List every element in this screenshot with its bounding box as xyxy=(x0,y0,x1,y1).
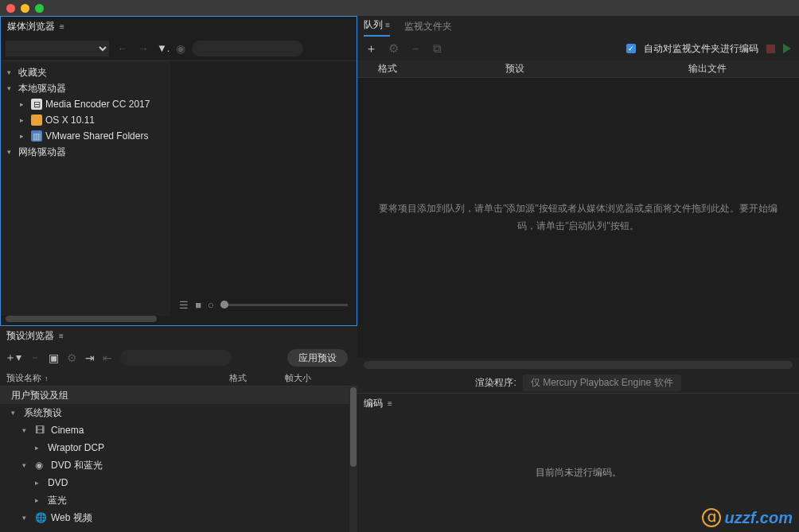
remove-preset-icon[interactable]: － xyxy=(29,351,41,365)
tree-network-drives[interactable]: ▾网络驱动器 xyxy=(1,144,170,160)
panel-menu-icon[interactable]: ≡ xyxy=(60,22,64,31)
globe-icon: 🌐 xyxy=(35,512,46,523)
col-format[interactable]: 格式 xyxy=(229,372,285,384)
renderer-value[interactable]: 仅 Mercury Playback Engine 软件 xyxy=(523,375,681,391)
queue-scrollbar[interactable] xyxy=(364,361,793,369)
media-tree: ▾收藏夹 ▾本地驱动器 ▸⊟Media Encoder CC 2017 ▸OS … xyxy=(1,61,170,316)
right-tabs: 队列 ≡ 监视文件夹 xyxy=(357,16,799,37)
preview-icon[interactable]: ◉ xyxy=(176,42,185,55)
renderer-row: 渲染程序: 仅 Mercury Playback Engine 软件 xyxy=(357,372,799,393)
preset-category-row[interactable]: ▾🌐Web 视频 xyxy=(0,509,349,526)
preset-category-row[interactable]: ▾◉DVD 和蓝光 xyxy=(0,456,349,474)
queue-drop-area[interactable]: 要将项目添加到队列，请单击"添加源"按钮或者从媒体浏览器或桌面将文件拖到此处。要… xyxy=(357,78,799,358)
preset-section-row[interactable]: ▾系统预设 xyxy=(0,404,349,421)
thumb-view-icon[interactable]: ■ xyxy=(195,299,201,311)
tab-queue[interactable]: 队列 ≡ xyxy=(364,18,390,37)
preset-columns-header: 预设名称↑ 格式 帧大小 xyxy=(0,371,357,386)
maximize-window-button[interactable] xyxy=(35,4,44,13)
drive-icon xyxy=(31,115,42,126)
preset-browser-header: 预设浏览器 ≡ xyxy=(0,326,357,345)
add-preset-icon[interactable]: ＋▾ xyxy=(5,351,21,365)
nav-back-icon[interactable]: ← xyxy=(115,42,130,55)
queue-toolbar: ＋ ⚙ － ⧉ ✓ 自动对监视文件夹进行编码 xyxy=(357,37,799,60)
apply-preset-button[interactable]: 应用预设 xyxy=(287,349,348,367)
preset-browser-panel: 预设浏览器 ≡ ＋▾ － ▣ ⚙ ⇥ ⇤ 应用预设 预设名称↑ 格式 帧大小 用… xyxy=(0,326,357,532)
panel-menu-icon[interactable]: ≡ xyxy=(388,399,392,408)
media-browser-header: 媒体浏览器 ≡ xyxy=(1,17,357,36)
nav-forward-icon[interactable]: → xyxy=(136,42,150,55)
col-preset[interactable]: 预设 xyxy=(505,62,688,76)
drive-icon: ⊟ xyxy=(31,99,42,110)
remove-icon[interactable]: － xyxy=(410,41,422,56)
auto-encode-label: 自动对监视文件夹进行编码 xyxy=(644,42,758,56)
preset-toolbar: ＋▾ － ▣ ⚙ ⇥ ⇤ 应用预设 xyxy=(0,345,357,371)
auto-encode-checkbox[interactable]: ✓ xyxy=(626,44,636,53)
panel-menu-icon[interactable]: ≡ xyxy=(59,332,64,340)
media-search-input[interactable] xyxy=(192,41,303,56)
filter-icon[interactable]: ▼. xyxy=(157,42,170,54)
preset-scrollbar[interactable] xyxy=(349,386,357,532)
zoom-slider[interactable] xyxy=(220,304,348,306)
watermark-icon: Ɑ xyxy=(702,508,721,527)
window-titlebar xyxy=(0,0,799,16)
settings-icon[interactable]: ⚙ xyxy=(67,351,77,364)
media-browser-title: 媒体浏览器 xyxy=(7,20,55,33)
folder-icon: ▥ xyxy=(31,130,42,142)
tree-drive-item[interactable]: ▸▥VMware Shared Folders xyxy=(1,128,170,144)
tree-favorites[interactable]: ▾收藏夹 xyxy=(1,64,170,80)
preset-list: 用户预设及组 ▾系统预设 ▾🎞Cinema ▸Wraptor DCP ▾◉DVD… xyxy=(0,386,349,532)
media-browser-panel: 媒体浏览器 ≡ ← → ▼. ◉ ▾收藏夹 ▾本地驱动器 ▸⊟Media Enc… xyxy=(0,16,357,326)
media-preview-pane: ☰ ■ ○ xyxy=(170,61,357,316)
duplicate-icon[interactable]: ⧉ xyxy=(433,41,442,56)
queue-columns-header: 格式 预设 输出文件 xyxy=(357,60,799,78)
col-output-file[interactable]: 输出文件 xyxy=(688,62,778,76)
watermark: Ɑ uzzf.com xyxy=(702,508,793,527)
horizontal-scrollbar[interactable] xyxy=(6,316,157,322)
col-frame-size[interactable]: 帧大小 xyxy=(285,372,351,384)
disc-icon: ◉ xyxy=(35,460,46,471)
add-source-icon[interactable]: ＋ xyxy=(365,41,377,56)
encode-title: 编码 xyxy=(364,397,383,410)
preset-item-row[interactable]: ▸DVD xyxy=(0,474,349,491)
preset-category-row[interactable]: ▾🎞Cinema xyxy=(0,421,349,439)
preset-group-row[interactable]: 用户预设及组 xyxy=(0,386,349,404)
tree-local-drives[interactable]: ▾本地驱动器 xyxy=(1,80,170,96)
export-icon[interactable]: ⇤ xyxy=(103,351,112,364)
import-icon[interactable]: ⇥ xyxy=(85,351,95,364)
encode-idle-text: 目前尚未进行编码。 xyxy=(536,466,622,480)
col-format[interactable]: 格式 xyxy=(378,62,505,76)
preset-item-row[interactable]: ▸蓝光 xyxy=(0,491,349,509)
start-queue-button[interactable] xyxy=(783,44,791,53)
film-icon: 🎞 xyxy=(35,425,46,436)
sort-asc-icon: ↑ xyxy=(45,375,49,382)
preset-browser-title: 预设浏览器 xyxy=(6,329,54,343)
minimize-window-button[interactable] xyxy=(21,4,29,13)
tree-drive-item[interactable]: ▸⊟Media Encoder CC 2017 xyxy=(1,96,170,112)
encode-header: 编码 ≡ xyxy=(357,394,799,413)
renderer-label: 渲染程序: xyxy=(475,376,516,390)
media-source-dropdown[interactable] xyxy=(6,41,109,56)
queue-settings-icon[interactable]: ⚙ xyxy=(388,41,399,56)
tree-drive-item[interactable]: ▸OS X 10.11 xyxy=(1,112,170,128)
tab-menu-icon[interactable]: ≡ xyxy=(385,21,390,29)
close-window-button[interactable] xyxy=(6,4,15,13)
preset-search-input[interactable] xyxy=(120,350,232,366)
preset-item-row[interactable]: ▸Wraptor DCP xyxy=(0,439,349,456)
stop-queue-button[interactable] xyxy=(766,45,775,53)
col-preset-name[interactable]: 预设名称 xyxy=(6,372,41,384)
media-browser-toolbar: ← → ▼. ◉ xyxy=(1,36,357,61)
queue-empty-text: 要将项目添加到队列，请单击"添加源"按钮或者从媒体浏览器或桌面将文件拖到此处。要… xyxy=(373,200,783,235)
new-group-icon[interactable]: ▣ xyxy=(49,351,59,364)
list-view-icon[interactable]: ☰ xyxy=(179,299,189,311)
zoom-out-icon[interactable]: ○ xyxy=(208,299,214,311)
tab-watch-folders[interactable]: 监视文件夹 xyxy=(404,20,452,37)
queue-panel: ＋ ⚙ － ⧉ ✓ 自动对监视文件夹进行编码 格式 预设 输出文件 要将项目添加… xyxy=(357,37,799,393)
